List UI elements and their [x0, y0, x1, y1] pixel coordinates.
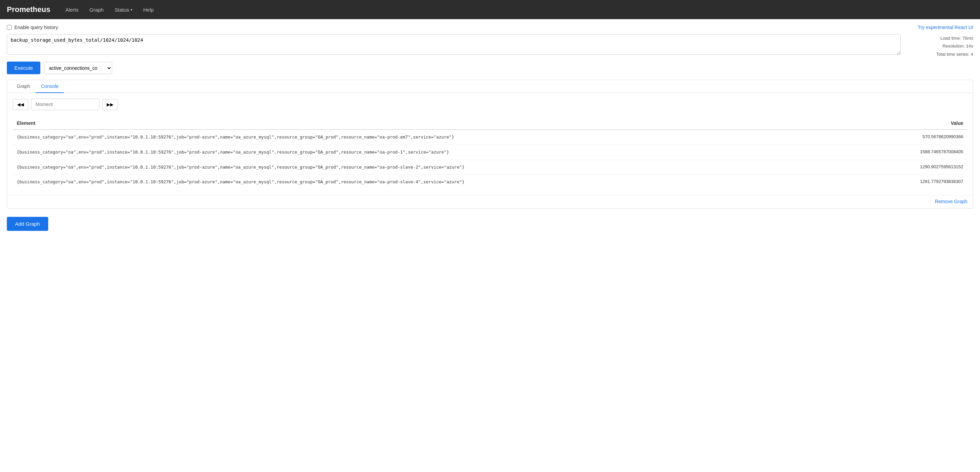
nav-item-help[interactable]: Help — [138, 4, 159, 15]
nav-items: Alerts Graph Status ▾ Help — [60, 4, 158, 15]
element-cell: {business_category="oa",env="prod",insta… — [13, 175, 870, 190]
moment-input[interactable] — [31, 99, 100, 110]
table-header-row: Element Value — [13, 117, 967, 130]
tab-graph[interactable]: Graph — [11, 80, 35, 93]
nav-item-alerts[interactable]: Alerts — [60, 4, 83, 15]
element-cell: {business_category="oa",env="prod",insta… — [13, 160, 870, 175]
query-textarea[interactable]: backup_storage_used_bytes_total/1024/102… — [7, 34, 900, 55]
tab-console[interactable]: Console — [35, 80, 64, 93]
table-row: {business_category="oa",env="prod",insta… — [13, 130, 967, 145]
table-row: {business_category="oa",env="prod",insta… — [13, 160, 967, 175]
graph-panel: Graph Console ◀◀ ▶▶ Element Value { — [7, 80, 973, 209]
remove-graph-link[interactable]: Remove Graph — [935, 199, 967, 204]
time-controls: ◀◀ ▶▶ — [13, 99, 967, 110]
element-cell: {business_category="oa",env="prod",insta… — [13, 145, 870, 160]
load-time-stat: Load time: 76ms — [905, 34, 973, 42]
enable-query-history-checkbox[interactable] — [7, 25, 12, 30]
element-cell: {business_category="oa",env="prod",insta… — [13, 130, 870, 145]
tabs: Graph Console — [7, 80, 973, 93]
tab-console-content: ◀◀ ▶▶ Element Value {business_category="… — [7, 93, 973, 195]
query-textarea-wrapper: backup_storage_used_bytes_total/1024/102… — [7, 34, 900, 56]
stats-box: Load time: 76ms Resolution: 14s Total ti… — [905, 34, 973, 58]
status-dropdown-arrow: ▾ — [130, 8, 132, 12]
results-table: Element Value {business_category="oa",en… — [13, 117, 967, 190]
execute-button[interactable]: Execute — [7, 62, 40, 74]
resize-handle-icon: ⌟ — [897, 52, 900, 55]
navbar: Prometheus Alerts Graph Status ▾ Help — [0, 0, 980, 19]
top-bar: Enable query history Try experimental Re… — [7, 25, 973, 30]
next-time-button[interactable]: ▶▶ — [102, 99, 118, 110]
value-cell: 1290.9027595613152 — [870, 160, 967, 175]
query-section: backup_storage_used_bytes_total/1024/102… — [7, 34, 973, 58]
remove-graph-row: Remove Graph — [7, 195, 973, 208]
prev-time-button[interactable]: ◀◀ — [13, 99, 29, 110]
main-content: Enable query history Try experimental Re… — [0, 19, 980, 236]
value-cell: 570.5678620990366 — [870, 130, 967, 145]
table-row: {business_category="oa",env="prod",insta… — [13, 145, 967, 160]
col-value-header: Value — [870, 117, 967, 130]
add-graph-button[interactable]: Add Graph — [7, 217, 48, 231]
nav-item-status[interactable]: Status ▾ — [110, 4, 137, 15]
value-cell: 1588.7465787008405 — [870, 145, 967, 160]
enable-query-history-label[interactable]: Enable query history — [7, 25, 58, 30]
nav-item-graph[interactable]: Graph — [85, 4, 109, 15]
execute-row: Execute active_connections_co — [7, 62, 973, 74]
resolution-stat: Resolution: 14s — [905, 42, 973, 50]
table-row: {business_category="oa",env="prod",insta… — [13, 175, 967, 190]
react-ui-link[interactable]: Try experimental React UI — [918, 25, 973, 30]
app-brand: Prometheus — [7, 5, 50, 14]
total-time-series-stat: Total time series: 4 — [905, 50, 973, 58]
col-element-header: Element — [13, 117, 870, 130]
metric-select[interactable]: active_connections_co — [44, 62, 112, 74]
value-cell: 1291.7792793838307 — [870, 175, 967, 190]
